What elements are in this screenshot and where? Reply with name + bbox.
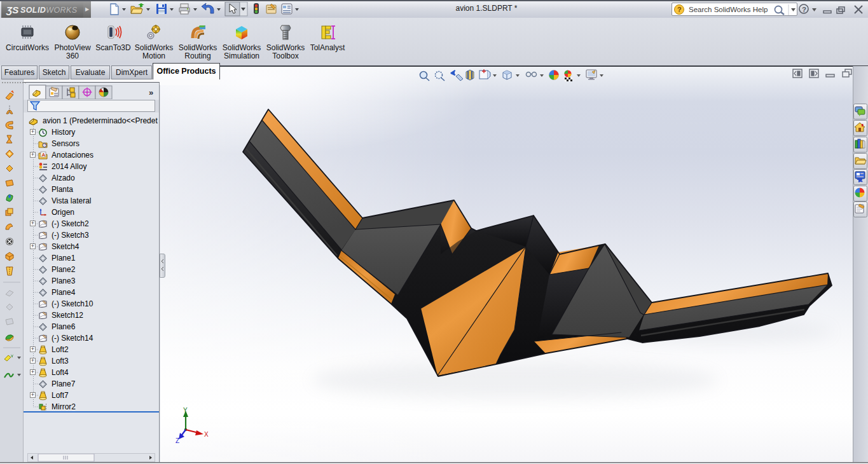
svg-text:A: A — [42, 152, 46, 158]
svg-text:Y: Y — [183, 407, 188, 414]
svg-text:Z: Z — [176, 437, 179, 444]
svg-text:»: » — [149, 88, 153, 97]
svg-text:SOLIDWORKS: SOLIDWORKS — [20, 6, 78, 15]
svg-text:?: ? — [677, 6, 682, 13]
svg-text:X: X — [204, 431, 209, 438]
svg-text:ƷS: ƷS — [6, 4, 18, 15]
svg-text:?: ? — [802, 6, 806, 13]
